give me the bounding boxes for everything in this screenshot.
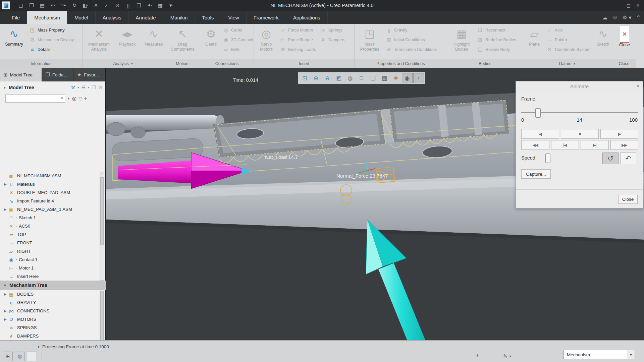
tab-framework[interactable]: Framework — [247, 11, 286, 24]
blank-view-icon[interactable] — [27, 352, 37, 361]
filter-combobox[interactable]: Mechanism ▼ — [564, 350, 635, 359]
spin-center-icon[interactable]: + — [413, 73, 424, 83]
expand-right-icon[interactable]: ▶ — [3, 182, 8, 186]
minimize-button[interactable]: – — [614, 0, 624, 11]
summary-button[interactable]: ∿Summary — [1, 25, 27, 47]
clear-search-icon[interactable]: × — [61, 95, 63, 101]
collapse-arrow-icon[interactable]: ▼ — [3, 284, 7, 287]
gears-button[interactable]: ⚙Gears — [201, 25, 221, 47]
filter-icon[interactable]: ▽ — [78, 96, 82, 101]
redefine-bodies-button[interactable]: ⊞Redefine Bodies — [475, 35, 518, 45]
speed-slider-handle[interactable] — [545, 154, 550, 163]
close-window-icon[interactable]: ✕ — [91, 1, 101, 10]
expand-right-icon[interactable]: ▶ — [3, 309, 8, 313]
tree-item[interactable]: ▣NI_MECHANISM.ASM — [0, 172, 101, 180]
fast-forward-button[interactable]: ▶▶ — [610, 140, 639, 150]
initial-conditions-button[interactable]: ▥Initial Conditions — [384, 35, 439, 45]
tree-settings-icon[interactable]: ⊠ — [98, 85, 102, 90]
dropdown-caret-icon[interactable]: ▾ — [106, 4, 108, 7]
close-button[interactable]: ✕ — [633, 0, 643, 11]
springs-button[interactable]: ≋Springs — [318, 25, 347, 35]
belts-button[interactable]: ∞Belts — [221, 45, 254, 54]
view-manager-icon[interactable]: ❏ — [368, 73, 378, 83]
find-icon[interactable]: ◎ — [72, 96, 76, 102]
tree-item[interactable]: ◉▫Contact 1 — [0, 255, 101, 264]
open-file-icon[interactable]: ❐ — [26, 1, 37, 10]
tree-item[interactable]: ▶▦BODIES — [0, 290, 101, 298]
rewind-button[interactable]: ◀◀ — [521, 140, 549, 150]
point-button[interactable]: ∴Point▾ — [544, 35, 592, 45]
details-button[interactable]: ≡Details — [27, 45, 76, 54]
reconnect-button[interactable]: ⊡Reconnect — [475, 25, 518, 35]
search-input[interactable]: × — [5, 95, 65, 103]
zoom-out-icon[interactable]: ⊖ — [322, 73, 333, 83]
dropdown-caret-icon[interactable]: ▾ — [171, 4, 173, 7]
tab-annotate[interactable]: Annotate — [129, 11, 163, 24]
search-dropdown-icon[interactable]: ▼ — [67, 97, 70, 100]
animate-dialog-title[interactable]: Animate — [516, 81, 643, 92]
mass-property-button[interactable]: ◳Mass Property — [27, 25, 76, 35]
component-interface-icon[interactable]: ❏ — [134, 1, 144, 10]
maximize-button[interactable]: ▢ — [624, 0, 633, 11]
tab-file[interactable]: File — [5, 11, 27, 24]
panel-tab-model-tree[interactable]: ⊞Model Tree — [0, 68, 42, 81]
frame-slider-handle[interactable] — [535, 108, 541, 118]
frame-forward-button[interactable]: ▶| — [581, 140, 609, 150]
model-display-icon[interactable]: ◧▾ — [80, 1, 90, 10]
dialog-close-icon[interactable]: × — [637, 83, 640, 89]
save-state-icon[interactable]: ▦ — [155, 1, 165, 10]
dropdown-caret-icon[interactable]: ▾ — [77, 86, 79, 89]
repeat-button[interactable]: ↺ — [602, 153, 619, 164]
tab-analysis[interactable]: Analysis — [96, 11, 129, 24]
review-body-button[interactable]: ❏Review Body — [475, 45, 518, 54]
mechanism-tree-band[interactable]: ▼ Mechanism Tree — [0, 281, 106, 290]
plane-button[interactable]: ▱Plane — [524, 25, 544, 47]
tab-model[interactable]: Model — [67, 11, 96, 24]
annotation-display-icon[interactable]: ◉ — [402, 73, 413, 83]
tree-item[interactable]: ✕▫ACS0 — [0, 222, 101, 230]
coordinate-system-button[interactable]: ✕Coordinate System — [544, 45, 592, 54]
group-label-analysis[interactable]: Analysis▼ — [83, 59, 164, 68]
tab-manikin[interactable]: Manikin — [163, 11, 195, 24]
web-browser-icon[interactable]: ◍ — [15, 352, 25, 361]
model-tree-scrollbar[interactable]: ▲ — [100, 172, 104, 281]
minimize-ribbon-icon[interactable]: ⌃ — [636, 14, 641, 21]
regenerate-icon[interactable]: ↻ — [69, 1, 79, 10]
capture-image-icon[interactable]: ▦ — [379, 73, 390, 83]
3d-contacts-button[interactable]: ◉3D Contacts — [221, 35, 254, 45]
collapse-arrow-icon[interactable]: ▼ — [3, 86, 6, 89]
mass-properties-button[interactable]: ◳Mass Properties — [356, 25, 384, 52]
tree-collapse-icon[interactable]: ❐ — [92, 85, 96, 90]
save-icon[interactable]: ▤ — [37, 1, 47, 10]
tree-item[interactable]: ▶▣NI_MEC_PAD_ASM_1.ASM — [0, 205, 101, 214]
expand-right-icon[interactable]: ▶ — [3, 207, 8, 211]
tree-item[interactable]: ▶↺MOTORS — [0, 315, 101, 323]
cloud-icon[interactable]: ☁ — [602, 14, 607, 21]
cams-button[interactable]: ◎Cams — [221, 25, 254, 35]
user-icon[interactable]: ☺ — [612, 14, 618, 20]
dropdown-caret-icon[interactable]: ▼ — [573, 62, 576, 65]
dropdown-caret-icon[interactable]: ▾ — [88, 86, 90, 89]
datum-display-icon[interactable]: ✱ — [390, 73, 401, 83]
tree-item[interactable]: ▶⋈CONNECTIONS — [0, 307, 101, 315]
dropdown-caret-icon[interactable]: ▾ — [54, 4, 56, 7]
zoom-region-icon[interactable]: ⊡ — [299, 73, 310, 83]
dropdown-caret-icon[interactable]: ▾ — [566, 38, 568, 42]
drag-components-button[interactable]: ↖Drag Components — [165, 25, 200, 52]
tree-filters-icon[interactable]: ⚒ — [71, 85, 75, 90]
tree-item[interactable]: ≋SPRINGS — [0, 323, 101, 332]
tree-item[interactable]: →Insert Here — [0, 272, 101, 281]
sketch-button[interactable]: ∿Sketch — [592, 25, 612, 47]
axis-button[interactable]: ∕Axis — [544, 25, 592, 35]
tree-item[interactable]: ◠▫Sketch 1 — [0, 214, 101, 222]
dropdown-caret-icon[interactable]: ▾ — [87, 4, 88, 7]
mechanism-display-button[interactable]: ⚙Mechanism Display — [27, 35, 76, 45]
playback-button[interactable]: ◂▸Playback — [114, 25, 140, 47]
appearance-brush-icon[interactable]: ✎ ▼ — [500, 352, 515, 361]
force-torque-button[interactable]: ⊢Force/Torque — [278, 35, 318, 45]
tab-applications[interactable]: Applications — [286, 11, 328, 24]
tree-item[interactable]: ✕DOUBLE_MEC_PAD_ASM — [0, 188, 101, 197]
reverse-loop-button[interactable]: ↶ — [620, 153, 636, 164]
tree-item[interactable]: ▱RIGHT — [0, 247, 101, 255]
saved-views-icon[interactable]: □ — [356, 73, 367, 83]
